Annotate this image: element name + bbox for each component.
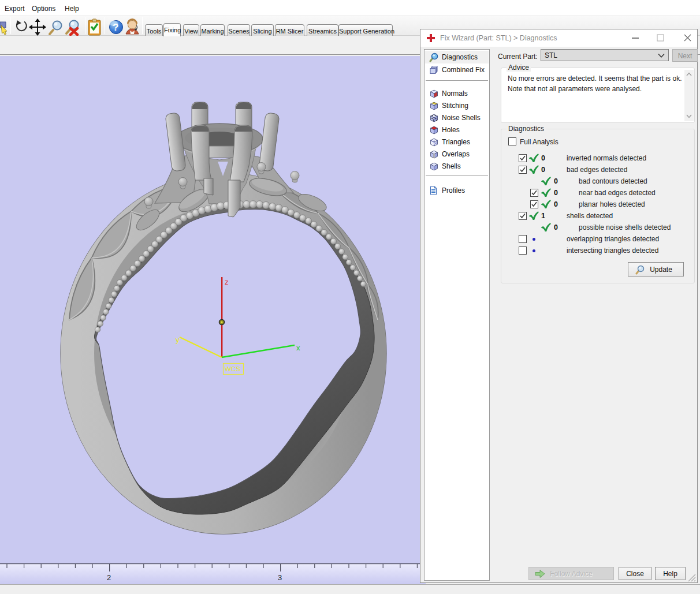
svg-text:3: 3 [278,573,282,582]
svg-text:z: z [225,278,229,286]
svg-text:x: x [296,343,300,352]
svg-text:WCS: WCS [225,365,240,372]
svg-text:?: ? [113,22,118,33]
svg-text:2: 2 [107,573,111,582]
svg-text:y: y [176,335,180,344]
